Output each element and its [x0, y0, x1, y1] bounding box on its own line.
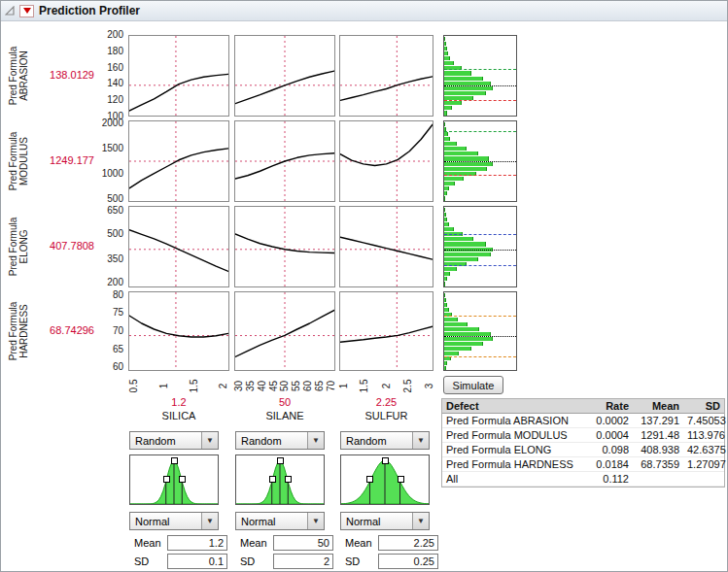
histogram-bar	[444, 147, 467, 151]
profile-cell[interactable]	[339, 291, 433, 371]
profile-cell[interactable]	[234, 120, 335, 202]
spec-limit-line	[444, 69, 516, 70]
y-tick-label: 650	[94, 205, 123, 217]
histogram-bar	[444, 322, 468, 326]
mean-input[interactable]: 1.2	[167, 535, 227, 551]
mean-input[interactable]: 50	[273, 535, 333, 551]
combo-arrow-icon: ▼	[201, 513, 218, 529]
distribution-panel	[340, 454, 430, 505]
distribution-handle[interactable]	[269, 476, 276, 483]
plot-canvas	[129, 36, 228, 116]
defect-value-cell: 137.291	[633, 414, 683, 427]
x-tick-label: 55	[291, 374, 302, 397]
profile-cell[interactable]	[234, 206, 335, 287]
shape-dropdown[interactable]: Normal▼	[129, 512, 219, 530]
profile-cell[interactable]	[339, 206, 433, 287]
x-tick-label: 2	[218, 374, 229, 397]
sd-input[interactable]: 0.1	[167, 554, 227, 569]
distribution-handle[interactable]	[398, 476, 404, 483]
distribution-handle[interactable]	[277, 457, 284, 464]
factor-current-value[interactable]: 1.2	[128, 396, 229, 408]
profile-cell[interactable]	[339, 120, 433, 202]
y-tick-label: 160	[94, 62, 123, 74]
histogram-bar	[444, 267, 457, 271]
random-distribution-dropdown[interactable]: Random▼	[235, 431, 325, 450]
histogram-bar	[444, 122, 445, 126]
defect-table-row[interactable]: All0.112	[442, 472, 724, 487]
y-tick-label: 500	[94, 193, 123, 205]
defect-table-row[interactable]: Pred Formula MODULUS0.00041291.48113.976	[442, 428, 724, 443]
simulation-histogram	[443, 35, 517, 117]
defect-value-cell: 68.7359	[633, 457, 683, 471]
spec-limit-line	[444, 175, 516, 176]
distribution-handle[interactable]	[285, 476, 292, 483]
factor-current-value[interactable]: 2.25	[339, 396, 433, 408]
factor-current-value[interactable]: 50	[234, 396, 335, 408]
defect-value-cell: 1291.48	[633, 428, 683, 442]
x-tick-label-text: 0.5	[129, 379, 140, 392]
distribution-handle[interactable]	[179, 476, 186, 483]
profile-cell[interactable]	[128, 206, 229, 287]
random-distribution-dropdown[interactable]: Random▼	[340, 431, 430, 450]
spec-limit-line	[444, 234, 516, 235]
defect-table-row[interactable]: Pred Formula HARDNESS0.018468.73591.2709…	[442, 457, 724, 472]
distribution-handle[interactable]	[366, 476, 373, 483]
x-tick-label: 30	[233, 374, 245, 397]
plot-canvas	[129, 292, 228, 370]
x-tick-label-text: 2	[381, 383, 392, 388]
profile-cell[interactable]	[128, 291, 229, 371]
defect-value-cell: 0.0184	[588, 457, 633, 471]
response-current-value: 68.74296	[26, 324, 94, 337]
histogram-bar	[444, 218, 447, 221]
profile-cell[interactable]	[339, 35, 433, 117]
distribution-handle[interactable]	[382, 457, 389, 464]
x-tick-label-text: 45	[268, 380, 279, 390]
simulation-histogram	[443, 120, 517, 202]
histogram-bar	[444, 167, 487, 171]
profile-cell[interactable]	[128, 35, 229, 117]
random-distribution-dropdown[interactable]: Random▼	[129, 431, 219, 450]
sd-input[interactable]: 0.25	[378, 554, 438, 569]
histogram-bar	[444, 101, 462, 105]
y-tick-label: 140	[94, 78, 123, 89]
simulate-button[interactable]: Simulate	[443, 376, 503, 394]
histogram-bar	[444, 132, 448, 136]
distribution-handle[interactable]	[163, 476, 170, 483]
histogram-bar	[444, 352, 459, 355]
response-current-value: 138.0129	[26, 69, 94, 82]
shape-dropdown[interactable]: Normal▼	[235, 512, 325, 530]
x-tick-label-text: 2	[218, 383, 228, 388]
histogram-bar	[444, 293, 445, 297]
profile-curve	[340, 237, 433, 259]
x-tick-label: 2	[381, 374, 393, 397]
distribution-panel	[129, 454, 219, 505]
mean-input[interactable]: 2.25	[378, 535, 438, 551]
profile-cell[interactable]	[234, 35, 335, 117]
distribution-panel	[235, 454, 325, 505]
y-tick-label: 65	[94, 344, 123, 355]
histogram-bar	[444, 106, 452, 110]
defect-value-cell	[683, 472, 724, 486]
shape-dropdown[interactable]: Normal▼	[340, 512, 430, 530]
shape-dropdown-label: Normal	[130, 516, 201, 527]
defect-table-row[interactable]: Pred Formula ABRASION0.0002137.2917.4505…	[442, 414, 724, 428]
sd-input[interactable]: 2	[273, 554, 333, 569]
plot-canvas	[340, 292, 433, 370]
defect-table-row[interactable]: Pred Formula ELONG0.098408.93842.6375	[442, 443, 724, 457]
distribution-handle[interactable]	[171, 457, 178, 464]
profile-cell[interactable]	[234, 291, 335, 371]
histogram-bar	[444, 252, 491, 256]
histogram-bar	[444, 208, 445, 212]
histogram-bar	[444, 298, 446, 302]
y-tick-label: 70	[94, 325, 123, 337]
defect-table-header-row: DefectRateMeanSD	[442, 399, 724, 414]
mean-label: Mean	[134, 537, 167, 549]
spec-limit-line	[444, 316, 516, 317]
plot-canvas	[235, 121, 334, 201]
x-tick-label: 60	[302, 374, 314, 397]
random-distribution-dropdown-label: Random	[236, 435, 307, 447]
profile-cell[interactable]	[128, 120, 229, 202]
x-tick-label-text: 55	[291, 380, 301, 390]
histogram-bar	[444, 186, 449, 190]
profile-curve	[129, 149, 228, 188]
